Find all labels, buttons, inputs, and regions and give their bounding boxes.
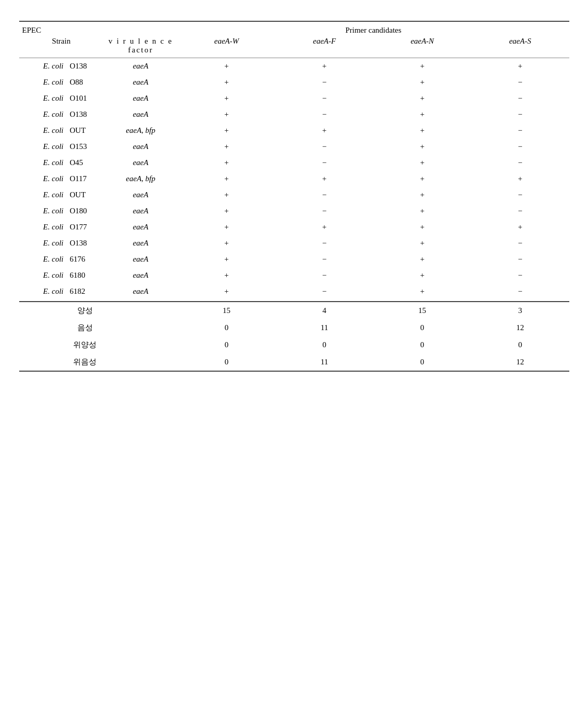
ecoli-serogroup: OUT [66, 187, 103, 203]
ecoli-genus: E. coli [19, 283, 67, 302]
primer-n-label: eaeA-N [411, 37, 434, 45]
primer-result-p_s: − [471, 155, 569, 171]
primer-result-p_s: − [471, 123, 569, 139]
summary-empty-1 [19, 354, 67, 371]
ecoli-genus: E. coli [19, 187, 67, 203]
summary-val-p_f: 0 [276, 336, 374, 354]
ecoli-serogroup: O88 [66, 74, 103, 90]
virulence-factor-value: eaeA [104, 155, 178, 171]
virulence-factor-value: eaeA [104, 203, 178, 219]
summary-val-p_s: 12 [471, 319, 569, 336]
primer-result-p_w: + [177, 74, 276, 90]
summary-val-p_w: 15 [177, 302, 276, 319]
summary-val-p_f: 11 [276, 319, 374, 336]
primer-result-p_s: − [471, 74, 569, 90]
primer-result-p_n: + [373, 203, 471, 219]
virulence-factor-value: eaeA, bfp [104, 123, 178, 139]
primer-result-p_f: − [276, 251, 374, 267]
ecoli-genus: E. coli [19, 123, 67, 139]
summary-val-p_w: 0 [177, 319, 276, 336]
primer-result-p_s: + [471, 219, 569, 235]
table-row: E. coliO45eaeA+−+− [19, 155, 569, 171]
ecoli-serogroup: O101 [66, 90, 103, 106]
virulence-factor-value: eaeA [104, 235, 178, 251]
virulence-factor-value: eaeA [104, 90, 178, 106]
primer-header-n: eaeA-N [373, 36, 471, 58]
summary-val-p_n: 15 [373, 302, 471, 319]
primer-candidates-label: Primer candidates [177, 22, 569, 36]
primer-result-p_n: + [373, 155, 471, 171]
table-row: E. coliO101eaeA+−+− [19, 90, 569, 106]
summary-val-p_n: 0 [373, 319, 471, 336]
ecoli-genus: E. coli [19, 58, 67, 75]
ecoli-serogroup: 6182 [66, 283, 103, 302]
primer-s-label: eaeA-S [509, 37, 531, 45]
primer-result-p_n: + [373, 283, 471, 302]
table-row: E. coliO180eaeA+−+− [19, 203, 569, 219]
primer-result-p_n: + [373, 74, 471, 90]
summary-label: 양성 [66, 302, 103, 319]
primer-result-p_n: + [373, 106, 471, 123]
primer-result-p_s: + [471, 58, 569, 75]
ecoli-serogroup: 6180 [66, 267, 103, 283]
primer-result-p_s: − [471, 267, 569, 283]
primer-result-p_f: − [276, 90, 374, 106]
primer-result-p_f: − [276, 203, 374, 219]
ecoli-genus: E. coli [19, 171, 67, 187]
table-row: E. coliO138eaeA+−+− [19, 106, 569, 123]
virulence-factor-value: eaeA [104, 106, 178, 123]
summary-empty-1 [19, 319, 67, 336]
summary-row: 위양성0000 [19, 336, 569, 354]
primer-result-p_n: + [373, 58, 471, 75]
virulence-factor-value: eaeA [104, 219, 178, 235]
ecoli-genus: E. coli [19, 74, 67, 90]
ecoli-serogroup: O138 [66, 106, 103, 123]
primer-result-p_f: − [276, 74, 374, 90]
ecoli-genus: E. coli [19, 155, 67, 171]
summary-row: 위음성011012 [19, 354, 569, 371]
primer-result-p_s: − [471, 187, 569, 203]
virulence-header: v i r u l e n c e factor [104, 36, 178, 58]
virulence-factor-value: eaeA [104, 139, 178, 155]
ecoli-genus: E. coli [19, 106, 67, 123]
main-table-wrapper: EPEC Primer candidates Strain v i r u l … [19, 21, 569, 372]
primer-header-w: eaeA-W [177, 36, 276, 58]
primer-result-p_s: − [471, 139, 569, 155]
summary-label: 음성 [66, 319, 103, 336]
table-body: E. coliO138eaeA++++E. coliO88eaeA+−+−E. … [19, 58, 569, 302]
ecoli-serogroup: O45 [66, 155, 103, 171]
primer-result-p_f: − [276, 283, 374, 302]
strain-header: Strain [19, 36, 104, 58]
primer-result-p_w: + [177, 90, 276, 106]
primer-result-p_s: − [471, 283, 569, 302]
primer-result-p_f: + [276, 171, 374, 187]
primer-result-p_s: − [471, 235, 569, 251]
primer-result-p_n: + [373, 90, 471, 106]
table-row: E. coliOUTeaeA+−+− [19, 187, 569, 203]
summary-empty-1 [19, 336, 67, 354]
summary-body: 양성154153음성011012위양성0000위음성011012 [19, 302, 569, 371]
ecoli-serogroup: 6176 [66, 251, 103, 267]
summary-row: 음성011012 [19, 319, 569, 336]
ecoli-serogroup: O153 [66, 139, 103, 155]
primer-result-p_s: − [471, 90, 569, 106]
header-row-sub: Strain v i r u l e n c e factor eaeA-W e… [19, 36, 569, 58]
primer-result-p_f: − [276, 139, 374, 155]
primer-result-p_n: + [373, 251, 471, 267]
primer-result-p_w: + [177, 58, 276, 75]
summary-row: 양성154153 [19, 302, 569, 319]
primer-result-p_n: + [373, 187, 471, 203]
summary-val-p_s: 12 [471, 354, 569, 371]
table-row: E. coliO177eaeA++++ [19, 219, 569, 235]
primer-result-p_n: + [373, 267, 471, 283]
primer-result-p_f: − [276, 235, 374, 251]
ecoli-serogroup: OUT [66, 123, 103, 139]
table-row: E. coli6180eaeA+−+− [19, 267, 569, 283]
summary-val-p_f: 11 [276, 354, 374, 371]
virulence-factor-value: eaeA [104, 58, 178, 75]
primer-result-p_n: + [373, 219, 471, 235]
primer-result-p_w: + [177, 171, 276, 187]
primer-result-p_w: + [177, 106, 276, 123]
primer-result-p_s: − [471, 106, 569, 123]
primer-result-p_s: − [471, 203, 569, 219]
